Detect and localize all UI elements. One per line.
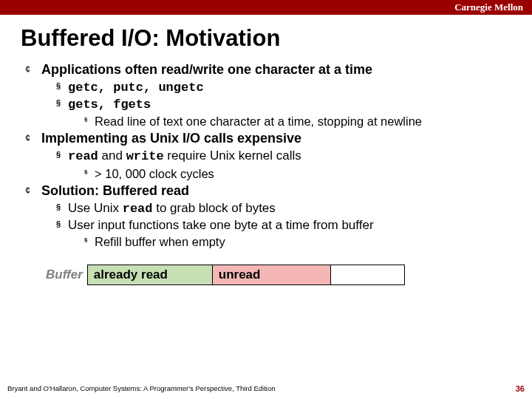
sub-item: getc, putc, ungetc (56, 79, 511, 96)
sub-item: read and write require Unix kernel calls… (56, 148, 511, 181)
bullet-item: Applications often read/write one charac… (25, 62, 511, 129)
page-number: 36 (516, 384, 525, 393)
header-bar: Carnegie Mellon (0, 0, 532, 15)
bullet-item: Solution: Buffered read Use Unix read to… (25, 183, 511, 250)
sub-item: Use Unix read to grab block of bytes (56, 200, 511, 217)
buffer-label: Buffer (46, 265, 87, 285)
bullet-heading: Implementing as Unix I/O calls expensive (41, 131, 511, 146)
brand-label: Carnegie Mellon (454, 1, 523, 13)
subsub-item: Read line of text one character at a tim… (84, 113, 511, 129)
bullet-heading: Applications often read/write one charac… (41, 62, 511, 78)
bullet-item: Implementing as Unix I/O calls expensive… (25, 131, 511, 181)
citation: Bryant and O'Hallaron, Computer Systems:… (7, 384, 276, 393)
subsub-item: Refill buffer when empty (84, 233, 511, 250)
sub-item: gets, fgets Read line of text one charac… (56, 96, 511, 129)
page-title: Buffered I/O: Motivation (21, 25, 511, 52)
slide-content: Buffered I/O: Motivation Applications of… (0, 15, 532, 285)
buffer-diagram: Buffer already read unread (46, 265, 511, 285)
buffer-unread-segment: unread (213, 265, 331, 285)
bullet-list: Applications often read/write one charac… (21, 62, 511, 250)
subsub-item: > 10, 000 clock cycles (84, 166, 511, 182)
bullet-heading: Solution: Buffered read (41, 183, 511, 199)
buffer-read-segment: already read (87, 265, 213, 285)
sub-item: User input functions take one byte at a … (56, 217, 511, 250)
buffer-empty-segment (331, 265, 405, 285)
footer: Bryant and O'Hallaron, Computer Systems:… (7, 384, 525, 393)
